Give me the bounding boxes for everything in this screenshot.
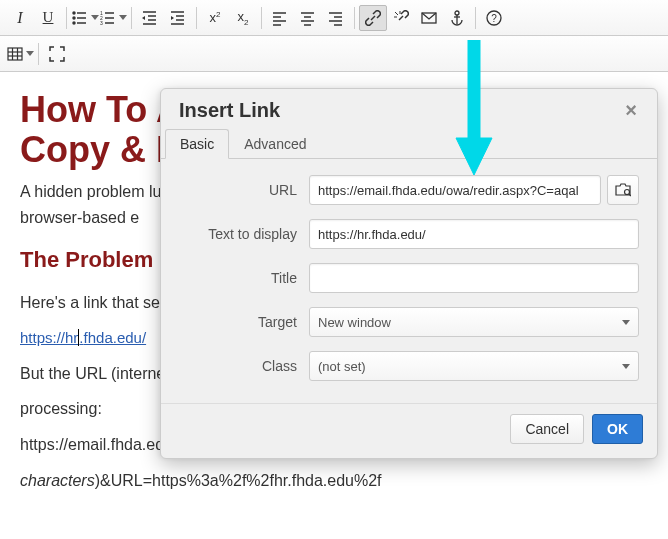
dialog-header: Insert Link × xyxy=(161,89,657,128)
chevron-down-icon xyxy=(622,364,630,369)
separator xyxy=(196,7,197,29)
align-left-icon[interactable] xyxy=(266,5,294,31)
link-icon[interactable] xyxy=(359,5,387,31)
close-icon[interactable]: × xyxy=(619,99,643,122)
class-label: Class xyxy=(179,358,309,374)
title-input[interactable] xyxy=(309,263,639,293)
indent-icon[interactable] xyxy=(164,5,192,31)
annotation-arrow xyxy=(454,40,494,180)
svg-line-46 xyxy=(629,194,631,196)
separator xyxy=(66,7,67,29)
browse-button[interactable] xyxy=(607,175,639,205)
mail-icon[interactable] xyxy=(415,5,443,31)
svg-text:?: ? xyxy=(491,13,497,24)
subscript-icon[interactable]: x2 xyxy=(229,5,257,31)
target-value: New window xyxy=(318,315,391,330)
dialog-footer: Cancel OK xyxy=(161,403,657,458)
italic-icon[interactable]: I xyxy=(6,5,34,31)
svg-point-0 xyxy=(73,12,75,14)
body-text: characters)&URL=https%3a%2f%2fhr.fhda.ed… xyxy=(20,468,648,494)
svg-point-4 xyxy=(73,22,75,24)
separator xyxy=(261,7,262,29)
tab-advanced[interactable]: Advanced xyxy=(229,129,321,159)
separator xyxy=(38,43,39,65)
target-select[interactable]: New window xyxy=(309,307,639,337)
example-link[interactable]: https://hr.fhda.edu/ xyxy=(20,329,146,346)
title-label: Title xyxy=(179,270,309,286)
svg-text:3: 3 xyxy=(100,20,103,26)
align-right-icon[interactable] xyxy=(322,5,350,31)
dialog-title: Insert Link xyxy=(179,99,280,122)
unlink-icon[interactable] xyxy=(387,5,415,31)
svg-marker-21 xyxy=(171,16,174,20)
svg-marker-16 xyxy=(142,16,145,20)
dialog-body: URL Text to display Title Target xyxy=(161,159,657,403)
svg-marker-48 xyxy=(456,138,492,175)
ok-button[interactable]: OK xyxy=(592,414,643,444)
svg-point-45 xyxy=(625,190,630,195)
separator xyxy=(475,7,476,29)
url-label: URL xyxy=(179,182,309,198)
target-label: Target xyxy=(179,314,309,330)
table-icon[interactable] xyxy=(6,41,34,67)
tab-basic[interactable]: Basic xyxy=(165,129,229,159)
svg-point-35 xyxy=(455,11,459,15)
separator xyxy=(131,7,132,29)
underline-icon[interactable]: U xyxy=(34,5,62,31)
insert-link-dialog: Insert Link × Basic Advanced URL Text to… xyxy=(160,88,658,459)
separator xyxy=(354,7,355,29)
fullscreen-icon[interactable] xyxy=(43,41,71,67)
class-select[interactable]: (not set) xyxy=(309,351,639,381)
text-label: Text to display xyxy=(179,226,309,242)
anchor-icon[interactable] xyxy=(443,5,471,31)
dialog-tabs: Basic Advanced xyxy=(161,128,657,159)
help-icon[interactable]: ? xyxy=(480,5,508,31)
outdent-icon[interactable] xyxy=(136,5,164,31)
text-input[interactable] xyxy=(309,219,639,249)
svg-point-2 xyxy=(73,17,75,19)
editor-toolbar-2 xyxy=(0,36,668,72)
numbered-list-icon[interactable]: 123 xyxy=(99,5,127,31)
cancel-button[interactable]: Cancel xyxy=(510,414,584,444)
chevron-down-icon xyxy=(622,320,630,325)
class-value: (not set) xyxy=(318,359,366,374)
bullet-list-icon[interactable] xyxy=(71,5,99,31)
svg-rect-47 xyxy=(468,40,480,140)
align-center-icon[interactable] xyxy=(294,5,322,31)
svg-rect-40 xyxy=(8,48,22,60)
editor-toolbar: I U 123 x2 x2 ? xyxy=(0,0,668,36)
superscript-icon[interactable]: x2 xyxy=(201,5,229,31)
